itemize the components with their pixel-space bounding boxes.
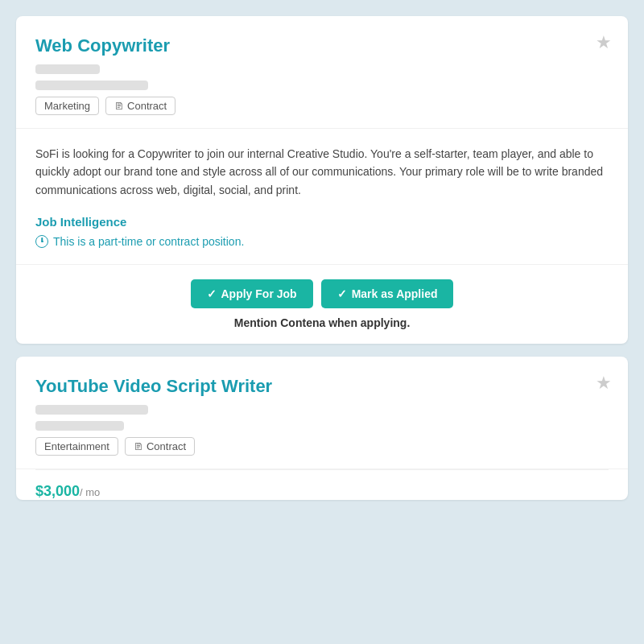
- tag-marketing-label: Marketing: [44, 100, 90, 112]
- apply-for-job-button[interactable]: ✓ Apply For Job: [191, 279, 313, 308]
- mark-button-label: Mark as Applied: [352, 287, 438, 300]
- card-header-youtube: YouTube Video Script Writer Entertainmen…: [16, 357, 628, 469]
- tag-contract-yt: 🖹 Contract: [125, 437, 195, 456]
- doc-icon: 🖹: [114, 101, 124, 112]
- job-intelligence-title: Job Intelligence: [35, 215, 609, 229]
- tags-container: Marketing 🖹 Contract: [35, 97, 609, 115]
- tags-container-yt: Entertainment 🖹 Contract: [35, 437, 609, 456]
- doc-icon-yt: 🖹: [134, 441, 143, 452]
- apply-check-icon: ✓: [207, 287, 217, 300]
- favorite-button-web-copywriter[interactable]: ★: [596, 34, 612, 52]
- salary-amount: $3,000: [35, 483, 80, 499]
- tag-contract-label: Contract: [127, 100, 167, 112]
- action-buttons: ✓ Apply For Job ✓ Mark as Applied: [191, 279, 454, 308]
- mark-as-applied-button[interactable]: ✓ Mark as Applied: [321, 279, 454, 308]
- tag-contract-yt-label: Contract: [147, 440, 186, 452]
- card-body-web-copywriter: SoFi is looking for a Copywriter to join…: [16, 129, 628, 264]
- card-header-web-copywriter: Web Copywriter Marketing 🖹 Contract ★: [16, 16, 628, 129]
- mention-contena-text: Mention Contena when applying.: [234, 316, 411, 329]
- tag-entertainment-label: Entertainment: [44, 440, 109, 452]
- skeleton-line-1-yt: [35, 405, 148, 415]
- job-description-web-copywriter: SoFi is looking for a Copywriter to join…: [35, 145, 609, 199]
- tag-marketing: Marketing: [35, 97, 99, 115]
- skeleton-line-2: [35, 80, 148, 90]
- job-card-web-copywriter: Web Copywriter Marketing 🖹 Contract ★ So…: [16, 16, 628, 344]
- job-title-youtube: YouTube Video Script Writer: [35, 376, 609, 397]
- clock-icon: [35, 235, 48, 248]
- job-intelligence-item: This is a part-time or contract position…: [35, 235, 609, 248]
- favorite-button-youtube[interactable]: ★: [596, 374, 612, 392]
- job-title-web-copywriter: Web Copywriter: [35, 35, 609, 56]
- salary-unit: / mo: [80, 486, 100, 498]
- skeleton-line-2-yt: [35, 421, 124, 431]
- tag-contract: 🖹 Contract: [105, 97, 175, 115]
- card-footer-web-copywriter: ✓ Apply For Job ✓ Mark as Applied Mentio…: [16, 264, 628, 344]
- apply-button-label: Apply For Job: [221, 287, 297, 300]
- job-card-youtube-script-writer: YouTube Video Script Writer Entertainmen…: [16, 357, 628, 500]
- skeleton-line-1: [35, 64, 100, 74]
- mark-check-icon: ✓: [337, 287, 347, 300]
- job-intelligence-section: Job Intelligence This is a part-time or …: [35, 215, 609, 248]
- tag-entertainment: Entertainment: [35, 437, 118, 456]
- job-intelligence-text: This is a part-time or contract position…: [53, 235, 244, 248]
- salary-section: $3,000/ mo: [16, 470, 628, 500]
